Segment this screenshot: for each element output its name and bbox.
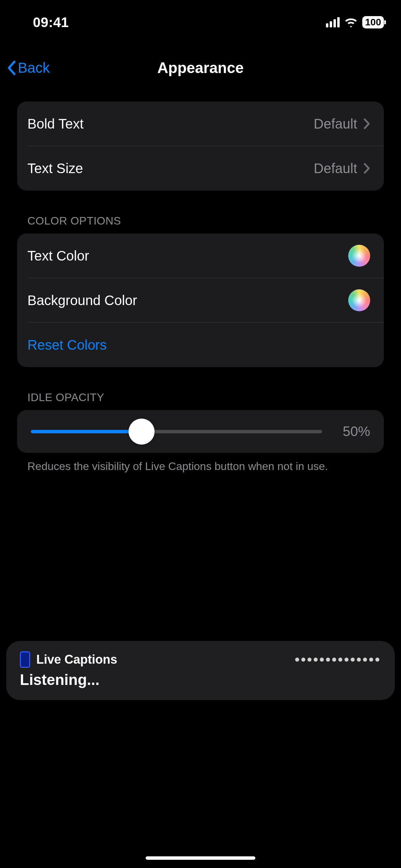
bold-text-row[interactable]: Bold Text Default bbox=[17, 101, 384, 146]
group-header: COLOR OPTIONS bbox=[17, 215, 384, 233]
live-captions-status: Listening... bbox=[20, 671, 381, 688]
battery-indicator: 100 bbox=[362, 16, 384, 28]
home-indicator[interactable] bbox=[146, 856, 255, 860]
background-color-row[interactable]: Background Color bbox=[17, 278, 384, 323]
live-captions-bubble[interactable]: Live Captions •••••••••••••• Listening..… bbox=[6, 641, 395, 700]
color-wheel-icon bbox=[348, 289, 370, 311]
group-header: IDLE OPACITY bbox=[17, 391, 384, 410]
idle-opacity-group: IDLE OPACITY 50% Reduces the visibility … bbox=[17, 391, 384, 474]
row-value: Default bbox=[314, 161, 357, 176]
chevron-right-icon bbox=[363, 162, 370, 174]
waveform-icon: •••••••••••••• bbox=[295, 652, 381, 667]
row-label: Background Color bbox=[27, 293, 348, 308]
color-options-group: COLOR OPTIONS Text Color Background Colo… bbox=[17, 215, 384, 367]
status-time: 09:41 bbox=[17, 15, 69, 30]
chevron-right-icon bbox=[363, 118, 370, 130]
nav-bar: Back Appearance bbox=[0, 47, 401, 88]
row-label: Text Color bbox=[27, 248, 348, 264]
status-bar: 09:41 100 bbox=[0, 0, 401, 34]
color-wheel-icon bbox=[348, 245, 370, 267]
phone-icon bbox=[20, 651, 30, 668]
slider-thumb[interactable] bbox=[129, 419, 155, 445]
idle-opacity-slider[interactable] bbox=[31, 430, 322, 433]
text-size-row[interactable]: Text Size Default bbox=[17, 146, 384, 191]
group-footer: Reduces the visibility of Live Captions … bbox=[17, 453, 384, 474]
text-color-row[interactable]: Text Color bbox=[17, 233, 384, 278]
status-indicators: 100 bbox=[326, 16, 384, 28]
page-title: Appearance bbox=[157, 59, 244, 76]
reset-colors-row[interactable]: Reset Colors bbox=[17, 323, 384, 367]
row-label: Text Size bbox=[27, 161, 314, 176]
slider-value: 50% bbox=[332, 424, 370, 439]
cellular-signal-icon bbox=[326, 17, 340, 27]
idle-opacity-slider-row: 50% bbox=[17, 410, 384, 453]
row-label: Reset Colors bbox=[27, 337, 370, 353]
row-label: Bold Text bbox=[27, 116, 314, 132]
row-value: Default bbox=[314, 116, 357, 132]
chevron-left-icon bbox=[7, 60, 16, 75]
text-settings-group: Bold Text Default Text Size Default bbox=[17, 101, 384, 191]
back-button[interactable]: Back bbox=[7, 60, 50, 76]
live-captions-title: Live Captions bbox=[36, 652, 117, 667]
wifi-icon bbox=[344, 17, 357, 27]
back-label: Back bbox=[18, 60, 50, 76]
